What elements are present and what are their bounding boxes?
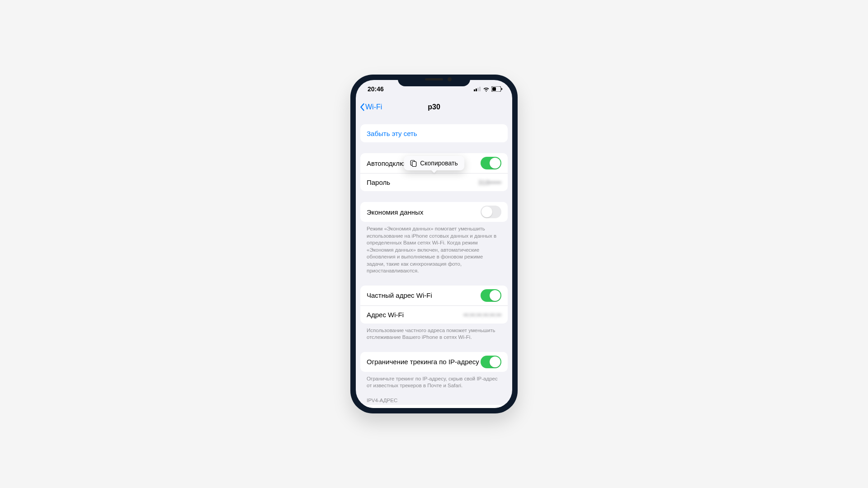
forget-network-button[interactable]: Забыть эту сеть: [360, 124, 508, 142]
low-data-label: Экономия данных: [367, 208, 423, 216]
cellular-icon: [474, 87, 481, 91]
limit-tracking-toggle[interactable]: [481, 356, 501, 368]
svg-rect-6: [501, 88, 502, 90]
svg-rect-1: [476, 89, 477, 91]
private-addr-toggle[interactable]: [481, 289, 501, 302]
forget-label: Забыть эту сеть: [367, 130, 417, 137]
ipv4-section-header: IPV4-АДРЕС: [360, 389, 508, 405]
group-forget: Забыть эту сеть: [360, 124, 508, 142]
private-addr-footer: Использование частного адреса поможет ум…: [360, 324, 508, 341]
copy-label: Скопировать: [420, 160, 458, 167]
battery-icon: [491, 86, 502, 92]
wifi-addr-label: Адрес Wi-Fi: [367, 311, 404, 319]
wifi-addr-value: ••:••:••:••:••:••: [463, 311, 501, 319]
wifi-icon: [483, 87, 490, 92]
status-indicators: [474, 86, 502, 92]
low-data-toggle[interactable]: [481, 206, 501, 218]
row-wifi-addr: Адрес Wi-Fi ••:••:••:••:••:••: [360, 305, 508, 324]
row-low-data: Экономия данных: [360, 202, 508, 222]
group-private-addr: Частный адрес Wi-Fi Адрес Wi-Fi ••:••:••…: [360, 286, 508, 324]
svg-rect-8: [412, 161, 416, 166]
chevron-left-icon: [359, 103, 365, 111]
svg-rect-5: [492, 87, 496, 91]
back-label: Wi-Fi: [365, 103, 382, 111]
status-time: 20:46: [368, 85, 384, 93]
svg-rect-0: [474, 89, 475, 91]
row-private-addr: Частный адрес Wi-Fi: [360, 286, 508, 305]
screen: 20:46 Wi-Fi p30 Скопировать Забы: [356, 80, 512, 408]
back-button[interactable]: Wi-Fi: [359, 103, 382, 111]
low-data-footer: Режим «Экономия данных» помогает уменьши…: [360, 222, 508, 275]
group-ipv4: Настройка IP Автоматически ›: [360, 405, 508, 408]
group-low-data: Экономия данных: [360, 202, 508, 222]
limit-tracking-label: Ограничение трекинга по IP-адресу: [367, 358, 479, 366]
svg-rect-3: [479, 87, 481, 91]
nav-bar: Wi-Fi p30: [356, 98, 512, 116]
password-label: Пароль: [367, 178, 390, 186]
password-value: 318•••••: [478, 178, 501, 186]
copy-popover[interactable]: Скопировать: [404, 156, 464, 170]
group-limit-tracking: Ограничение трекинга по IP-адресу: [360, 352, 508, 372]
row-configure-ip[interactable]: Настройка IP Автоматически ›: [360, 405, 508, 408]
row-password[interactable]: Пароль 318•••••: [360, 173, 508, 191]
copy-icon: [410, 160, 417, 167]
limit-tracking-footer: Ограничьте трекинг по IP-адресу, скрыв с…: [360, 372, 508, 389]
notch: [398, 75, 470, 86]
auto-join-toggle[interactable]: [481, 157, 501, 169]
row-limit-tracking: Ограничение трекинга по IP-адресу: [360, 352, 508, 372]
private-addr-label: Частный адрес Wi-Fi: [367, 291, 432, 299]
phone-frame: 20:46 Wi-Fi p30 Скопировать Забы: [350, 75, 518, 413]
svg-rect-2: [477, 88, 479, 91]
